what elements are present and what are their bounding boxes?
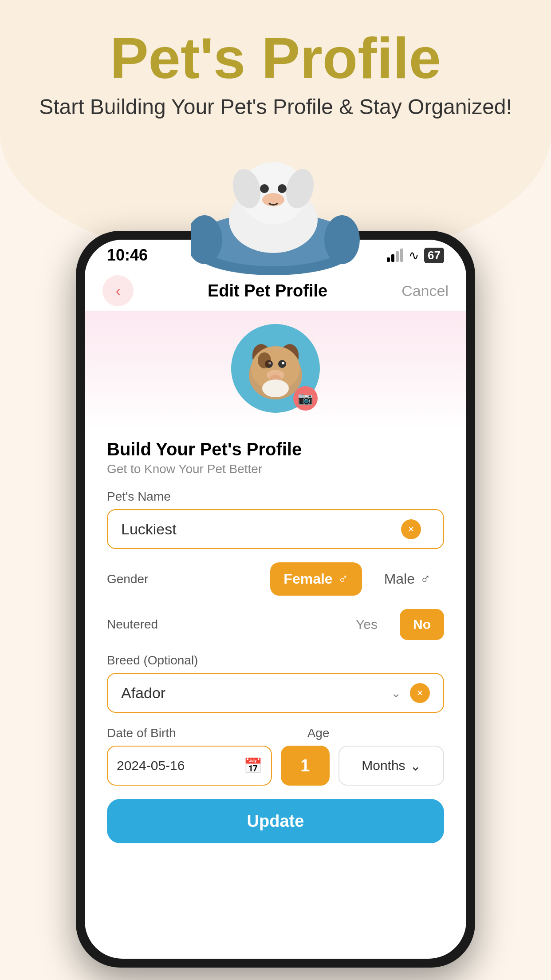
neutered-no-label: No — [413, 617, 431, 632]
gender-female-icon: ♂ — [338, 571, 349, 587]
dob-age-inputs: 2024-05-16 📅 1 Months ⌄ — [107, 746, 444, 786]
pet-name-value: Luckiest — [121, 521, 401, 538]
phone-screen: 10:46 ∿ 67 ‹ Edit Pet Profile Cancel — [85, 240, 466, 959]
battery-icon: 67 — [424, 248, 444, 263]
svg-point-3 — [324, 215, 360, 264]
breed-chevron-icon: ⌄ — [391, 686, 401, 700]
gender-female-button[interactable]: Female ♂ — [270, 562, 362, 596]
update-button[interactable]: Update — [107, 799, 444, 843]
gender-label: Gender — [107, 572, 173, 586]
breed-clear-icon: × — [417, 687, 423, 699]
calendar-icon: 📅 — [244, 757, 262, 775]
profile-section: 📷 — [85, 311, 466, 431]
svg-point-23 — [258, 352, 271, 368]
svg-point-19 — [282, 362, 284, 364]
neutered-yes-button[interactable]: Yes — [342, 609, 391, 640]
age-unit-label: Months — [362, 758, 405, 773]
gender-male-button[interactable]: Male ♂ — [371, 562, 444, 596]
camera-icon: 📷 — [298, 391, 313, 406]
gender-male-label: Male — [384, 571, 415, 587]
age-number-display[interactable]: 1 — [281, 746, 330, 786]
gender-row: Gender Female ♂ Male ♂ — [107, 562, 444, 596]
pet-name-clear-button[interactable]: × — [401, 519, 421, 539]
breed-clear-button[interactable]: × — [410, 683, 430, 703]
avatar-container: 📷 — [231, 324, 320, 413]
status-time: 10:46 — [107, 246, 148, 265]
app-header: ‹ Edit Pet Profile Cancel — [85, 271, 466, 311]
svg-point-22 — [262, 379, 289, 397]
dog-decoration — [191, 151, 360, 275]
back-icon: ‹ — [116, 283, 121, 299]
neutered-row: Neutered Yes No — [107, 609, 444, 640]
breed-dropdown[interactable]: Afador ⌄ × — [107, 673, 444, 713]
dob-age-section: Date of Birth Age 2024-05-16 📅 1 Months … — [107, 726, 444, 786]
update-label: Update — [247, 812, 304, 831]
camera-button[interactable]: 📷 — [293, 386, 318, 411]
dob-value: 2024-05-16 — [117, 758, 185, 773]
form-section-subtitle: Get to Know Your Pet Better — [107, 462, 444, 476]
breed-value: Afador — [121, 684, 391, 702]
clear-icon: × — [408, 523, 414, 535]
neutered-options: Yes No — [342, 609, 444, 640]
gender-female-label: Female — [283, 571, 332, 587]
breed-controls: ⌄ × — [391, 683, 430, 703]
dob-label: Date of Birth — [107, 726, 299, 740]
form-section-title: Build Your Pet's Profile — [107, 439, 444, 459]
neutered-label: Neutered — [107, 617, 342, 632]
pet-name-input[interactable]: Luckiest × — [107, 509, 444, 549]
page-title: Edit Pet Profile — [208, 281, 327, 300]
back-button[interactable]: ‹ — [102, 275, 134, 306]
status-icons: ∿ 67 — [387, 248, 444, 263]
form-content: Build Your Pet's Profile Get to Know You… — [85, 431, 466, 861]
dob-age-labels: Date of Birth Age — [107, 726, 444, 740]
breed-label: Breed (Optional) — [107, 653, 444, 668]
age-unit-chevron-icon: ⌄ — [410, 758, 421, 774]
age-unit-button[interactable]: Months ⌄ — [338, 746, 444, 786]
hero-subtitle: Start Building Your Pet's Profile & Stay… — [0, 95, 551, 119]
dob-input[interactable]: 2024-05-16 📅 — [107, 746, 272, 786]
wifi-icon: ∿ — [409, 248, 419, 263]
svg-point-9 — [278, 184, 287, 193]
phone-frame: 10:46 ∿ 67 ‹ Edit Pet Profile Cancel — [76, 231, 475, 968]
svg-point-8 — [260, 184, 269, 193]
neutered-yes-label: Yes — [356, 617, 378, 632]
pet-name-label: Pet's Name — [107, 490, 444, 504]
gender-male-icon: ♂ — [420, 571, 431, 587]
hero-section: Pet's Profile Start Building Your Pet's … — [0, 27, 551, 119]
signal-icon — [387, 249, 403, 262]
gender-options: Female ♂ Male ♂ — [182, 562, 444, 596]
hero-title: Pet's Profile — [0, 27, 551, 90]
age-label: Age — [307, 726, 444, 740]
neutered-no-button[interactable]: No — [400, 609, 444, 640]
cancel-button[interactable]: Cancel — [401, 282, 449, 300]
